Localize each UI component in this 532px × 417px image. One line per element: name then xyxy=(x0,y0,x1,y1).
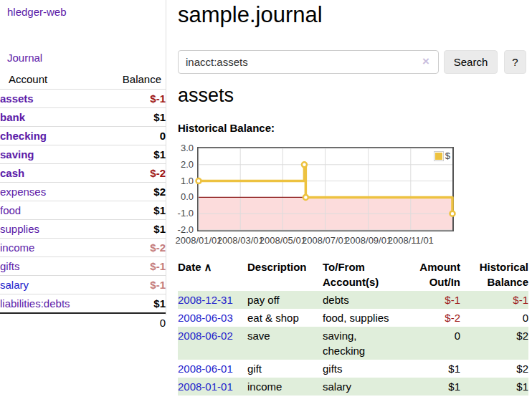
transaction-date-link[interactable]: 2008-01-01 xyxy=(178,380,233,393)
app-brand-link[interactable]: hledger-web xyxy=(7,6,67,18)
chart-title: Historical Balance: xyxy=(178,122,275,134)
account-link[interactable]: supplies xyxy=(0,223,39,235)
accounts-total-value: 0 xyxy=(103,313,166,332)
accounts-table-header: Account Balance xyxy=(0,70,166,90)
sidebar: hledger-web Journal Account Balance asse… xyxy=(0,0,166,315)
transaction-row: 2008-06-01giftgifts$1$2 xyxy=(178,360,528,378)
transaction-balance: $2 xyxy=(460,360,528,378)
x-axis-tick-label: 2008/07/01 xyxy=(302,235,348,246)
accounts-total-row: 0 xyxy=(0,313,166,332)
account-cell: checking xyxy=(0,127,103,145)
account-balance: $1 xyxy=(103,145,166,164)
historical-balance-chart: $ 3.02.01.00.0-1.0-2.02008/01/012008/03/… xyxy=(171,142,472,251)
account-link[interactable]: liabilities:debts xyxy=(0,297,70,310)
account-row: supplies$1 xyxy=(0,220,166,239)
account-row: saving$1 xyxy=(0,145,166,164)
transaction-balance: $-1 xyxy=(460,291,528,309)
transactions-table-header: Date∧ Description To/From Account(s) Amo… xyxy=(178,258,528,291)
account-link[interactable]: cash xyxy=(0,167,24,179)
transaction-balance: 0 xyxy=(460,309,528,327)
data-point-marker xyxy=(302,162,307,167)
y-axis-tick-label: 0.0 xyxy=(171,192,194,202)
search-input[interactable] xyxy=(178,50,439,74)
transaction-row: 2008-06-02savesaving, checking0$2 xyxy=(178,327,528,360)
account-cell: salary xyxy=(0,276,103,294)
transaction-accounts: food, supplies xyxy=(323,309,406,327)
account-cell: expenses xyxy=(0,183,103,201)
account-link[interactable]: gifts xyxy=(0,260,20,272)
transaction-date-cell: 2008-06-01 xyxy=(178,360,247,378)
transaction-date-link[interactable]: 2008-06-01 xyxy=(178,363,233,375)
search-button[interactable]: Search xyxy=(444,50,498,74)
transaction-description: save xyxy=(247,327,323,360)
page-title: sample.journal xyxy=(178,0,323,30)
account-balance: $-1 xyxy=(103,276,166,294)
account-balance: $1 xyxy=(103,294,166,314)
account-balance: $1 xyxy=(103,108,166,127)
accounts-balance-table: Account Balance assets$-1bank$1checking0… xyxy=(0,70,166,332)
transaction-balance: $2 xyxy=(460,327,528,360)
account-row: assets$-1 xyxy=(0,90,166,108)
account-cell: assets xyxy=(0,90,103,108)
chart-legend: $ xyxy=(434,150,450,161)
accounts-column-header: To/From Account(s) xyxy=(323,258,406,291)
y-axis-tick-label: 1.0 xyxy=(171,176,194,186)
account-row: salary$-1 xyxy=(0,276,166,294)
account-balance: $-1 xyxy=(103,90,166,108)
account-cell: income xyxy=(0,239,103,257)
account-balance: $1 xyxy=(103,201,166,220)
help-button[interactable]: ? xyxy=(504,50,526,74)
x-axis-tick-label: 2008/09/01 xyxy=(345,235,391,246)
transaction-accounts: gifts xyxy=(323,360,406,378)
account-row: bank$1 xyxy=(0,108,166,127)
data-point-marker xyxy=(450,211,455,216)
clear-search-icon[interactable]: × xyxy=(422,55,429,67)
account-link[interactable]: saving xyxy=(0,148,34,160)
transaction-row: 2008-06-03eat & shopfood, supplies$-20 xyxy=(178,309,528,327)
account-balance: $-2 xyxy=(103,239,166,257)
account-link[interactable]: checking xyxy=(0,130,47,142)
transaction-amount: $1 xyxy=(406,360,460,378)
transaction-amount: $1 xyxy=(406,378,460,396)
transactions-table: Date∧ Description To/From Account(s) Amo… xyxy=(178,258,528,396)
account-balance: $2 xyxy=(103,183,166,201)
date-column-header[interactable]: Date∧ xyxy=(178,258,247,291)
transaction-date-cell: 2008-12-31 xyxy=(178,291,247,309)
transaction-date-cell: 2008-01-01 xyxy=(178,378,247,396)
transaction-date-link[interactable]: 2008-12-31 xyxy=(178,294,233,306)
transaction-date-cell: 2008-06-02 xyxy=(178,327,247,360)
account-link[interactable]: salary xyxy=(0,279,29,291)
account-link[interactable]: expenses xyxy=(0,186,46,198)
account-link[interactable]: income xyxy=(0,241,34,254)
transaction-date-link[interactable]: 2008-06-02 xyxy=(178,330,233,342)
account-link[interactable]: bank xyxy=(0,111,25,123)
transaction-accounts: salary xyxy=(323,378,406,396)
y-axis-tick-label: -1.0 xyxy=(171,208,194,219)
account-cell: supplies xyxy=(0,220,103,239)
account-row: expenses$2 xyxy=(0,183,166,201)
account-balance: $-2 xyxy=(103,164,166,183)
account-link[interactable]: food xyxy=(0,204,21,216)
sidebar-item-journal[interactable]: Journal xyxy=(7,52,42,64)
account-row: liabilities:debts$1 xyxy=(0,294,166,314)
account-row: food$1 xyxy=(0,201,166,220)
transaction-date-link[interactable]: 2008-06-03 xyxy=(178,312,233,324)
chart-plot-area: $ xyxy=(197,147,454,231)
x-axis-tick-label: 2008/01/01 xyxy=(175,235,222,246)
account-cell: food xyxy=(0,201,103,220)
transaction-date-cell: 2008-06-03 xyxy=(178,309,247,327)
transaction-balance: $1 xyxy=(460,378,528,396)
account-link[interactable]: assets xyxy=(0,92,34,105)
account-column-header: Account xyxy=(0,70,103,90)
account-balance: $-1 xyxy=(103,257,166,276)
legend-swatch-icon xyxy=(434,151,444,161)
balance-column-header: Balance xyxy=(103,70,166,90)
account-cell: gifts xyxy=(0,257,103,276)
data-point-marker xyxy=(196,178,201,183)
data-point-marker xyxy=(303,195,308,200)
account-row: income$-2 xyxy=(0,239,166,257)
account-row: cash$-2 xyxy=(0,164,166,183)
y-axis-tick-label: 3.0 xyxy=(171,143,194,153)
account-cell: liabilities:debts xyxy=(0,294,103,314)
account-cell: bank xyxy=(0,108,103,127)
